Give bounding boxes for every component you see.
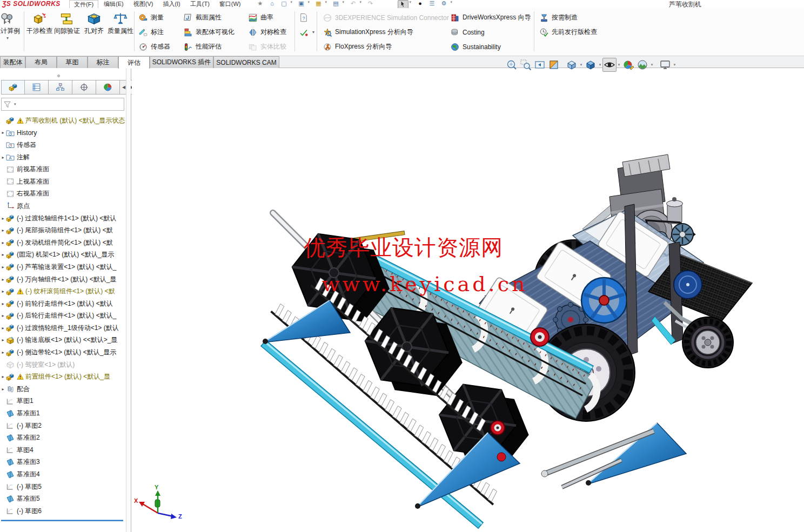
assembly-visualization-button[interactable]: 装配体可视化 (182, 25, 236, 39)
rear-wheel[interactable] (682, 317, 733, 368)
driveworksxpress-button[interactable]: DriveWorksXpress 向导 (448, 10, 532, 25)
compare-document-button[interactable] (297, 10, 316, 25)
tree-item-2[interactable]: 传感器 (0, 139, 125, 151)
command-tab-4[interactable]: 评估 (118, 56, 150, 69)
tree-item-13[interactable]: ▸(-) 万向轴组件<1> (默认) <默认_显 (0, 273, 125, 286)
clearance-verify-button[interactable]: 间隙验证 (53, 10, 81, 53)
tree-item-21[interactable]: ▸前置组件<1> (默认) <默认_显 (0, 371, 125, 383)
check-caret[interactable]: ▾ (312, 30, 314, 35)
previous-view-icon[interactable] (533, 58, 547, 72)
tab-configurationmanager[interactable] (49, 80, 72, 95)
menu-item-5[interactable]: 窗口(W) (215, 0, 245, 8)
hide-show-caret[interactable]: ▾ (617, 63, 621, 67)
tree-item-9[interactable]: ▸(-) 尾部振动筛组件<1> (默认) <默 (0, 224, 125, 237)
sensor-button[interactable]: 传感器 (137, 39, 172, 54)
menu-item-0[interactable]: 文件(F) (69, 0, 98, 8)
filter-caret[interactable]: ▾ (14, 102, 16, 106)
tree-expand-arrow[interactable]: ▸ (0, 326, 6, 331)
tree-item-7[interactable]: 原点 (0, 200, 125, 212)
tree-item-32[interactable]: (-) 草图6 (0, 505, 125, 517)
tree-item-27[interactable]: 草图4 (0, 444, 125, 456)
new-document-icon[interactable]: ▢ (279, 0, 290, 7)
select-caret[interactable]: ▾ (410, 0, 414, 4)
hole-alignment-button[interactable]: 孔对齐 (81, 10, 108, 53)
command-tab-2[interactable]: 草图 (57, 56, 88, 68)
tree-item-17[interactable]: ▸(-) 过渡惰轮组件_1级传动<1> (默认 (0, 322, 125, 334)
tree-expand-arrow[interactable]: ▸ (0, 301, 6, 306)
new-caret[interactable]: ▾ (291, 0, 295, 4)
tree-expand-arrow[interactable]: ▸ (0, 350, 6, 355)
tree-item-14[interactable]: ▸(-) 纹杆滚筒组件<1> (默认) <默 (0, 285, 125, 298)
tree-item-28[interactable]: 基准面3 (0, 456, 125, 469)
tree-filter-input[interactable]: ▾ (1, 98, 124, 111)
menu-item-2[interactable]: 视图(V) (129, 0, 158, 8)
tab-dimxpertmanager[interactable] (72, 80, 96, 95)
performance-evaluation-button[interactable]: 性能评估 (182, 39, 236, 54)
tree-expand-arrow[interactable]: ▸ (0, 265, 6, 270)
view-orientation-caret[interactable]: ▾ (579, 63, 584, 67)
command-tab-5[interactable]: SOLIDWORKS 插件 (150, 56, 213, 68)
open-caret[interactable]: ▾ (308, 0, 312, 4)
task-pane-icon[interactable]: ☰ (427, 0, 438, 7)
display-style-icon[interactable] (584, 58, 598, 72)
symmetry-check-button[interactable]: 对称检查 (246, 25, 288, 39)
interference-check-button[interactable]: 干涉检查 (26, 10, 53, 53)
options-gear-icon[interactable]: ⚙ (439, 0, 450, 7)
tree-item-1[interactable]: ▸History (0, 127, 125, 139)
tree-item-4[interactable]: 前视基准面 (0, 163, 125, 176)
view-settings-caret[interactable]: ▾ (672, 63, 677, 67)
design-study-caret[interactable]: ▾ (0, 35, 21, 42)
tree-item-10[interactable]: ▸(-) 发动机组件简化<1> (默认) <默 (0, 237, 125, 249)
tree-item-11[interactable]: ▸(固定) 机架<1> (默认) <默认_显示 (0, 249, 125, 261)
tree-expand-arrow[interactable]: ▸ (0, 155, 6, 160)
tab-featuremanager[interactable] (1, 80, 25, 95)
zoom-to-fit-icon[interactable] (505, 58, 519, 72)
floxpress-button[interactable]: FloXpress 分析向导 (321, 39, 451, 54)
tree-item-8[interactable]: ▸(-) 过渡轮轴组件1<1> (默认) <默认 (0, 212, 125, 225)
rollback-bar[interactable] (1, 520, 123, 521)
command-tab-1[interactable]: 布局 (25, 56, 57, 68)
costing-button[interactable]: Costing (448, 25, 532, 39)
home-icon[interactable]: ⌂ (267, 0, 278, 7)
tree-item-26[interactable]: 基准面2 (0, 432, 125, 444)
tree-item-25[interactable]: (-) 草图2 (0, 420, 125, 432)
menu-item-3[interactable]: 插入(I) (158, 0, 184, 8)
graphics-viewport[interactable]: X Y Z 优秀毕业设计资源网 www.keyicad.cn (132, 68, 804, 532)
display-style-caret[interactable]: ▾ (598, 63, 602, 67)
tree-expand-arrow[interactable]: ▸ (0, 387, 6, 392)
print-icon[interactable]: ▤ (331, 0, 341, 7)
on-demand-manufacture-button[interactable]: 按需制造 (538, 10, 599, 25)
view-settings-icon[interactable] (658, 58, 672, 72)
tree-expand-arrow[interactable]: ▸ (0, 130, 6, 135)
tree-item-0[interactable]: 芦苇收割机 (默认) <默认_显示状态- (0, 115, 125, 127)
measure-button[interactable]: 测量 (137, 10, 172, 25)
blue-belt-pulley[interactable] (581, 278, 627, 323)
edit-appearance-icon[interactable] (621, 58, 635, 72)
tree-expand-arrow[interactable]: ▸ (0, 374, 6, 379)
tree-expand-arrow[interactable]: ▸ (0, 277, 6, 282)
curvature-button[interactable]: 曲率 (246, 10, 288, 25)
tree-item-3[interactable]: ▸注解 (0, 151, 125, 164)
previous-release-check-button[interactable]: 先前发行版检查 (538, 25, 599, 39)
save-warning-icon[interactable]: ▦ (313, 0, 324, 7)
tree-item-29[interactable]: 基准面4 (0, 468, 125, 481)
performance-monitor-icon[interactable]: ● (415, 0, 426, 7)
tree-item-31[interactable]: 基准面5 (0, 493, 125, 505)
tree-expand-arrow[interactable]: ▸ (0, 216, 6, 221)
tree-item-15[interactable]: ▸(-) 前轮行走组件<1> (默认) <默认 (0, 298, 125, 310)
tree-item-20[interactable]: (-) 驾驶室<1> (默认) (0, 359, 125, 371)
print-caret[interactable]: ▾ (343, 0, 347, 4)
menu-item-1[interactable]: 编辑(E) (99, 0, 128, 8)
tree-item-23[interactable]: 草图1 (0, 395, 125, 408)
menu-item-4[interactable]: 工具(T) (186, 0, 214, 8)
tree-expand-arrow[interactable]: ▸ (0, 289, 6, 294)
tree-item-5[interactable]: 上视基准面 (0, 176, 125, 188)
simulationxpress-button[interactable]: SimulationXpress 分析向导 (321, 25, 451, 39)
check-analysis-button[interactable]: ▾ (297, 25, 316, 39)
design-study-button[interactable]: 设计算例 ▾ (0, 10, 21, 53)
command-tab-3[interactable]: 标注 (88, 56, 118, 68)
options-caret[interactable]: ▾ (451, 0, 455, 4)
tree-item-19[interactable]: ▸(-) 侧边带轮<1> (默认) <默认_显示 (0, 346, 125, 359)
open-document-icon[interactable]: ▣ (296, 0, 307, 7)
harvester-3d-model[interactable]: X Y Z (132, 68, 804, 532)
